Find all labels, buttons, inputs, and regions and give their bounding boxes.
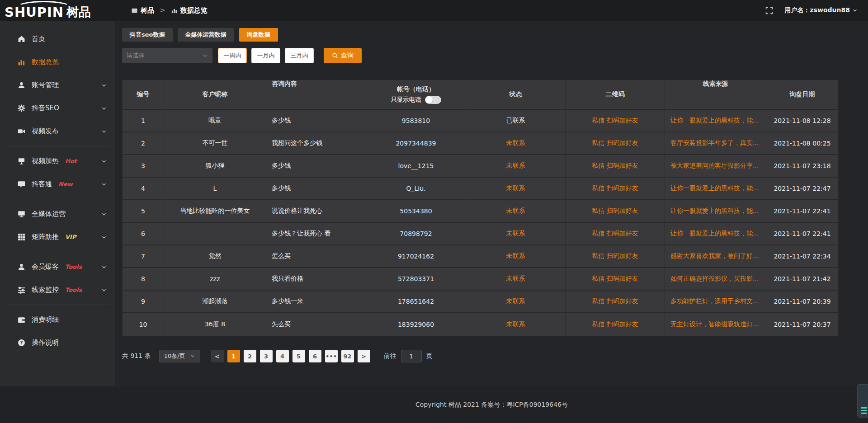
bar-chart-icon: [17, 58, 25, 66]
page-buttons: 123456•••92: [227, 350, 358, 362]
sidebar-item-label: 账号管理: [32, 81, 59, 89]
cell-qrcode[interactable]: 私信 扫码加好友: [566, 110, 665, 132]
chevron-down-icon[interactable]: [852, 7, 858, 14]
tab-0[interactable]: 抖音seo数据: [122, 28, 173, 42]
sidebar-item-video-heating[interactable]: 视频加热Hot: [0, 150, 115, 173]
page-size-value: 10条/页: [164, 352, 185, 360]
sidebar-badge: New: [58, 181, 73, 188]
cell-content: 我想问这个多少钱: [266, 132, 366, 154]
cell-content: 说说价格让我死心: [266, 200, 366, 222]
page-button-2[interactable]: 2: [244, 350, 256, 362]
sidebar-item-data-overview[interactable]: 数据总览: [0, 51, 115, 74]
chevron-down-icon: [101, 234, 107, 240]
sidebar-item-account-management[interactable]: 账号管理: [0, 74, 115, 97]
chevron-down-icon: [101, 82, 107, 89]
tab-1[interactable]: 全媒体运营数据: [178, 28, 234, 42]
sidebar-item-clue-monitor[interactable]: 线索监控Tools: [0, 278, 115, 301]
table-row: 1036度 8怎么买183929060未联系私信 扫码加好友无主灯设计，智能磁吸…: [123, 313, 838, 336]
cell-source[interactable]: 让你一眼就爱上的黑科技，能...: [665, 110, 766, 132]
cell-source[interactable]: 让你一眼就爱上的黑科技，能...: [665, 223, 766, 244]
cell-source[interactable]: 无主灯设计，智能磁吸轨道灯...: [665, 313, 766, 336]
cell-source[interactable]: 让你一眼就爱上的黑科技，能...: [665, 178, 766, 199]
sidebar-badge: Hot: [65, 158, 77, 164]
cell-content: 怎么买: [266, 245, 366, 267]
goto-unit-label: 页: [426, 352, 433, 360]
goto-page-input[interactable]: [401, 350, 422, 362]
sidebar-item-operation-guide[interactable]: ?操作说明: [0, 331, 115, 354]
cell-qrcode[interactable]: 私信 扫码加好友: [566, 200, 665, 222]
cell-status: 未联系: [466, 223, 566, 244]
cell-status: 未联系: [466, 200, 566, 222]
cell-qrcode[interactable]: 私信 扫码加好友: [566, 178, 665, 199]
sidebar-item-label: 抖客通: [32, 180, 52, 188]
col-header-account: 帐号（电话） 只显示电话: [366, 80, 466, 109]
prev-page-button[interactable]: <: [211, 350, 224, 362]
wallet-icon: [17, 316, 25, 324]
cell-date: 2021-11-07 20:39: [766, 291, 838, 312]
search-button[interactable]: 查询: [324, 48, 362, 63]
cell-qrcode[interactable]: 私信 扫码加好友: [566, 291, 665, 312]
sidebar-item-douketong[interactable]: 抖客通New: [0, 173, 115, 196]
cell-qrcode[interactable]: 私信 扫码加好友: [566, 268, 665, 290]
floating-widget[interactable]: [857, 384, 868, 418]
cell-date: 2021-11-07 22:41: [766, 200, 838, 222]
cell-content: 我只看价格: [266, 268, 366, 290]
cell-account: 183929060: [366, 313, 466, 336]
fullscreen-icon[interactable]: [765, 7, 773, 14]
page-button-3[interactable]: 3: [260, 350, 273, 362]
page-button-92[interactable]: 92: [341, 350, 354, 362]
cell-source[interactable]: 如何正确选择投影仪，买投影...: [665, 268, 766, 290]
page-button-6[interactable]: 6: [309, 350, 321, 362]
page-button-4[interactable]: 4: [276, 350, 289, 362]
sidebar-item-douyin-seo[interactable]: 抖音SEO: [0, 97, 115, 120]
cell-qrcode[interactable]: 私信 扫码加好友: [566, 155, 665, 177]
cell-account: Q_Liu.: [366, 178, 466, 199]
next-page-button[interactable]: >: [358, 350, 370, 362]
sidebar-item-label: 视频加热: [32, 157, 59, 165]
sidebar-item-label: 首页: [32, 35, 45, 43]
filter-select-placeholder: 请选择: [127, 52, 144, 60]
app-icon: [131, 7, 138, 14]
sidebar-item-label: 视频发布: [32, 127, 59, 136]
cell-qrcode[interactable]: 私信 扫码加好友: [566, 223, 665, 244]
sidebar-item-home[interactable]: 首页: [0, 28, 115, 51]
cell-qrcode[interactable]: 私信 扫码加好友: [566, 313, 665, 336]
toggle-knob: [425, 96, 433, 103]
cell-source[interactable]: 多功能护栏灯，适用于乡村文...: [665, 291, 766, 312]
table-row: 2不可一世我想问这个多少钱2097344839未联系私信 扫码加好友客厅安装投影…: [123, 132, 838, 155]
phone-only-toggle[interactable]: [425, 96, 441, 104]
sidebar-item-video-publish[interactable]: 视频发布: [0, 120, 115, 143]
sidebar-item-member-baoke[interactable]: 会员爆客Tools: [0, 255, 115, 278]
range-button-1[interactable]: 一月内: [251, 48, 280, 63]
page-size-select[interactable]: 10条/页: [159, 350, 200, 362]
cell-source[interactable]: 被大家追着问的客厅投影分享...: [665, 155, 766, 177]
sidebar-item-matrix-boost[interactable]: 矩阵助推VIP: [0, 226, 115, 249]
sidebar-item-label: 会员爆客: [32, 263, 59, 271]
page-button-1[interactable]: 1: [227, 350, 240, 362]
range-button-2[interactable]: 三月内: [285, 48, 314, 63]
cell-date: 2021-11-07 22:41: [766, 223, 838, 244]
page-button-5[interactable]: 5: [292, 350, 305, 362]
cell-no: 5: [123, 200, 164, 222]
cell-source[interactable]: 客厅安装投影半年多了，真实...: [665, 132, 766, 154]
cell-nickname: 36度 8: [164, 313, 266, 336]
cell-qrcode[interactable]: 私信 扫码加好友: [566, 245, 665, 267]
table-row: 3狐小狸多少钱love__1215未联系私信 扫码加好友被大家追着问的客厅投影分…: [123, 155, 838, 178]
tab-2[interactable]: 询盘数据: [239, 28, 278, 42]
pagination: 共 911 条 10条/页 < 123456•••92 > 前往 页: [122, 350, 840, 362]
cell-source[interactable]: 感谢大家喜欢我家，被问了好...: [665, 245, 766, 267]
table-row: 7觉然怎么买917024162未联系私信 扫码加好友感谢大家喜欢我家，被问了好.…: [123, 245, 838, 268]
range-button-0[interactable]: 一周内: [218, 48, 247, 63]
username-label[interactable]: 用户名：zswodun88: [785, 6, 850, 14]
col-header-date: 询盘日期: [766, 80, 838, 109]
sidebar-item-media-operation[interactable]: 全媒体运营: [0, 202, 115, 226]
col-header-nickname: 客户昵称: [164, 80, 266, 109]
pages-ellipsis[interactable]: •••: [325, 350, 338, 362]
breadcrumb: 树品 > 数据总览: [131, 6, 208, 15]
breadcrumb-root[interactable]: 树品: [141, 6, 154, 15]
cell-qrcode[interactable]: 私信 扫码加好友: [566, 132, 665, 154]
sidebar-item-label: 矩阵助推: [32, 233, 59, 241]
sidebar-item-consumption-detail[interactable]: 消费明细: [0, 308, 115, 331]
cell-source[interactable]: 让你一眼就爱上的黑科技，能...: [665, 200, 766, 222]
filter-select[interactable]: 请选择: [122, 48, 212, 63]
